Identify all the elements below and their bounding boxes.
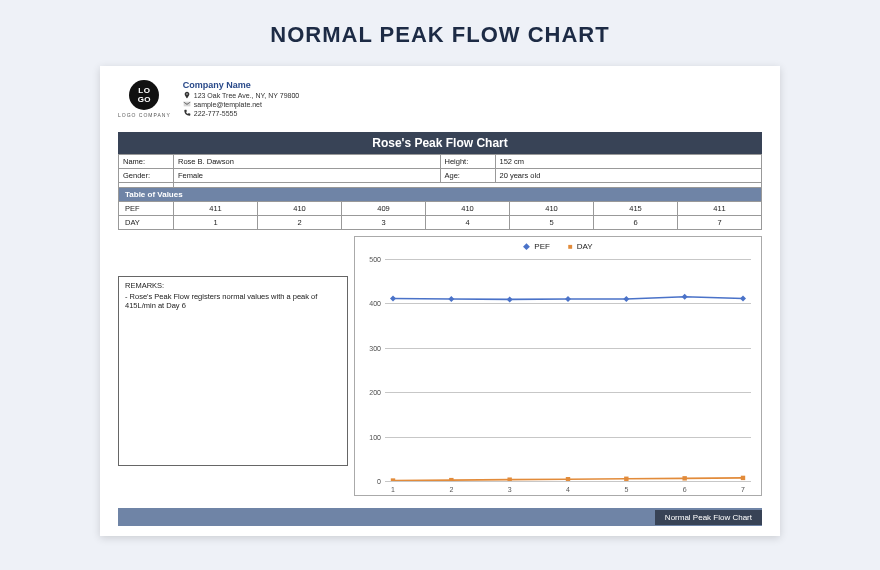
info-gender-value: Female bbox=[174, 169, 441, 183]
logo: LO GO LOGO COMPANY bbox=[118, 80, 171, 118]
remarks-label: REMARKS: bbox=[125, 281, 341, 290]
info-height-value: 152 cm bbox=[496, 155, 763, 169]
values-cell: 410 bbox=[258, 202, 342, 216]
page-title: NORMAL PEAK FLOW CHART bbox=[270, 22, 609, 48]
footer-bar: Normal Peak Flow Chart bbox=[118, 508, 762, 526]
footer-label: Normal Peak Flow Chart bbox=[655, 510, 762, 525]
legend-pef: PEF bbox=[523, 241, 550, 251]
document-sheet: LO GO LOGO COMPANY Company Name 123 Oak … bbox=[100, 66, 780, 536]
y-tick-label: 200 bbox=[359, 389, 381, 396]
company-address-row: 123 Oak Tree Ave., NY, NY 79800 bbox=[183, 91, 299, 99]
chart-title-bar: Rose's Peak Flow Chart bbox=[118, 132, 762, 154]
info-height-label: Height: bbox=[441, 155, 496, 169]
plot-area: 01002003004005001234567 bbox=[385, 259, 751, 481]
logo-circle: LO GO bbox=[129, 80, 159, 110]
values-cell: 6 bbox=[594, 216, 678, 230]
patient-info-table: Name: Rose B. Dawson Height: 152 cm Gend… bbox=[118, 154, 762, 188]
company-address: 123 Oak Tree Ave., NY, NY 79800 bbox=[194, 92, 299, 99]
company-name: Company Name bbox=[183, 80, 299, 90]
logo-subtext: LOGO COMPANY bbox=[118, 112, 171, 118]
mail-icon bbox=[183, 100, 191, 108]
values-row-label-pef: PEF bbox=[119, 202, 174, 216]
company-info: Company Name 123 Oak Tree Ave., NY, NY 7… bbox=[183, 80, 299, 118]
values-cell: 415 bbox=[594, 202, 678, 216]
y-tick-label: 100 bbox=[359, 433, 381, 440]
x-tick-label: 7 bbox=[741, 486, 745, 493]
company-email-row: sample@template.net bbox=[183, 100, 299, 108]
x-tick-label: 4 bbox=[566, 486, 570, 493]
values-table: PEF411410409410410415411DAY1234567 bbox=[118, 202, 762, 230]
info-name-label: Name: bbox=[119, 155, 174, 169]
values-cell: 2 bbox=[258, 216, 342, 230]
values-cell: 410 bbox=[510, 202, 594, 216]
legend-day: DAY bbox=[568, 241, 593, 251]
y-tick-label: 300 bbox=[359, 344, 381, 351]
body-section: REMARKS: - Rose's Peak Flow registers no… bbox=[118, 236, 762, 502]
svg-rect-6 bbox=[741, 476, 745, 480]
values-row-label-day: DAY bbox=[119, 216, 174, 230]
values-cell: 411 bbox=[678, 202, 762, 216]
info-name-value: Rose B. Dawson bbox=[174, 155, 441, 169]
values-cell: 1 bbox=[174, 216, 258, 230]
y-tick-label: 400 bbox=[359, 300, 381, 307]
values-cell: 5 bbox=[510, 216, 594, 230]
remarks-text: - Rose's Peak Flow registers normal valu… bbox=[125, 292, 341, 310]
line-chart: PEF DAY 01002003004005001234567 bbox=[354, 236, 762, 496]
table-of-values-bar: Table of Values bbox=[118, 188, 762, 202]
x-tick-label: 6 bbox=[683, 486, 687, 493]
map-icon bbox=[183, 91, 191, 99]
svg-rect-5 bbox=[682, 476, 686, 480]
phone-icon bbox=[183, 109, 191, 117]
values-cell: 409 bbox=[342, 202, 426, 216]
info-age-value: 20 years old bbox=[496, 169, 763, 183]
chart-legend: PEF DAY bbox=[355, 241, 761, 251]
y-tick-label: 0 bbox=[359, 478, 381, 485]
company-phone-row: 222-777-5555 bbox=[183, 109, 299, 117]
remarks-box: REMARKS: - Rose's Peak Flow registers no… bbox=[118, 276, 348, 466]
values-cell: 411 bbox=[174, 202, 258, 216]
header: LO GO LOGO COMPANY Company Name 123 Oak … bbox=[100, 66, 780, 124]
values-cell: 4 bbox=[426, 216, 510, 230]
x-tick-label: 2 bbox=[449, 486, 453, 493]
x-tick-label: 1 bbox=[391, 486, 395, 493]
company-email: sample@template.net bbox=[194, 101, 262, 108]
x-tick-label: 3 bbox=[508, 486, 512, 493]
values-cell: 7 bbox=[678, 216, 762, 230]
x-tick-label: 5 bbox=[624, 486, 628, 493]
values-cell: 410 bbox=[426, 202, 510, 216]
y-tick-label: 500 bbox=[359, 256, 381, 263]
values-cell: 3 bbox=[342, 216, 426, 230]
info-age-label: Age: bbox=[441, 169, 496, 183]
company-phone: 222-777-5555 bbox=[194, 110, 238, 117]
info-gender-label: Gender: bbox=[119, 169, 174, 183]
